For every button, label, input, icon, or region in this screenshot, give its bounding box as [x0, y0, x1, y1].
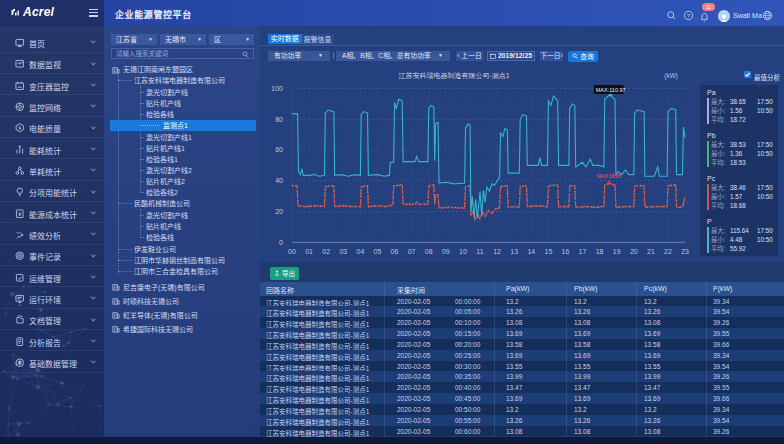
svg-text:22: 22 — [664, 248, 672, 255]
svg-text:40: 40 — [275, 177, 283, 184]
svg-text:100: 100 — [271, 85, 283, 92]
svg-text:MAX:38.65: MAX:38.65 — [597, 173, 622, 179]
svg-text:20: 20 — [275, 208, 283, 215]
svg-text:0: 0 — [279, 239, 283, 246]
svg-text:10: 10 — [459, 248, 467, 255]
svg-text:06: 06 — [391, 248, 399, 255]
svg-text:13: 13 — [510, 248, 518, 255]
svg-text:(kW): (kW) — [664, 72, 678, 80]
svg-text:江苏安科瑞电器制造有限公司-测点1: 江苏安科瑞电器制造有限公司-测点1 — [398, 72, 509, 80]
svg-text:02: 02 — [322, 248, 330, 255]
svg-text:03: 03 — [339, 248, 347, 255]
svg-text:14: 14 — [527, 248, 535, 255]
svg-text:09: 09 — [442, 248, 450, 255]
svg-text:18: 18 — [596, 248, 604, 255]
svg-text:60: 60 — [275, 146, 283, 153]
svg-text:15: 15 — [545, 248, 553, 255]
svg-text:08: 08 — [425, 248, 433, 255]
svg-text:MAX:110.97: MAX:110.97 — [596, 87, 626, 93]
svg-text:23: 23 — [681, 248, 689, 255]
svg-text:17: 17 — [579, 248, 587, 255]
svg-text:05: 05 — [374, 248, 382, 255]
svg-text:?: ? — [687, 13, 691, 19]
svg-text:19: 19 — [613, 248, 621, 255]
svg-text:11: 11 — [476, 248, 483, 255]
svg-text:12: 12 — [493, 248, 501, 255]
svg-text:20: 20 — [630, 248, 638, 255]
svg-text:07: 07 — [408, 248, 416, 255]
svg-text:80: 80 — [275, 116, 283, 123]
svg-text:04: 04 — [357, 248, 365, 255]
svg-text:16: 16 — [562, 248, 570, 255]
svg-text:21: 21 — [647, 248, 655, 255]
svg-text:01: 01 — [305, 248, 313, 255]
svg-text:00: 00 — [288, 248, 296, 255]
